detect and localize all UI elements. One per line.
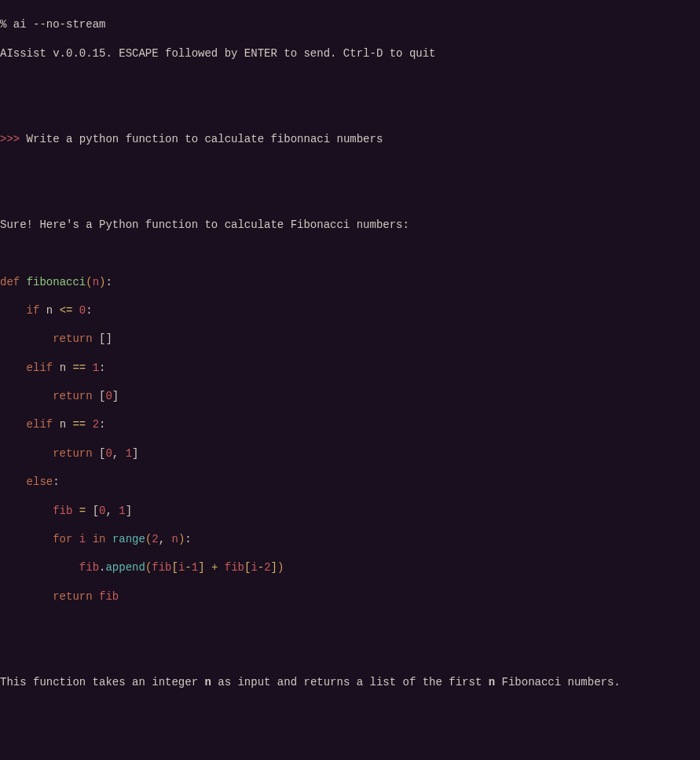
blank bbox=[0, 160, 700, 174]
code-line: return [0] bbox=[0, 389, 700, 403]
code-line: fib = [0, 1] bbox=[0, 504, 700, 518]
code-line: return [0, 1] bbox=[0, 446, 700, 461]
blank bbox=[0, 732, 700, 747]
blank bbox=[0, 246, 700, 260]
code-line: return [] bbox=[0, 332, 700, 346]
repl-prompt: >>> bbox=[0, 133, 20, 145]
response-text: This function takes an integer n as inpu… bbox=[0, 675, 700, 689]
terminal-output[interactable]: % ai --no-stream AIssist v.0.0.15. ESCAP… bbox=[0, 0, 700, 760]
user-text: Write a python function to calculate fib… bbox=[20, 133, 383, 145]
blank bbox=[0, 646, 700, 660]
blank bbox=[0, 103, 700, 117]
code-line: elif n == 2: bbox=[0, 417, 700, 431]
response-text: Sure! Here's a Python function to calcul… bbox=[0, 218, 700, 232]
blank bbox=[0, 189, 700, 203]
shell-prompt: % bbox=[0, 18, 13, 31]
code-line: elif n == 1: bbox=[0, 361, 700, 375]
blank bbox=[0, 75, 700, 89]
blank bbox=[0, 618, 700, 632]
code-line: for i in range(2, n): bbox=[0, 532, 700, 546]
code-line: def fibonacci(n): bbox=[0, 275, 700, 289]
shell-command: ai --no-stream bbox=[13, 18, 106, 31]
code-line: else: bbox=[0, 475, 700, 489]
code-line: fib.append(fib[i-1] + fib[i-2]) bbox=[0, 560, 700, 575]
shell-line: % ai --no-stream bbox=[0, 17, 700, 31]
repl-input-1: >>> Write a python function to calculate… bbox=[0, 132, 700, 146]
blank bbox=[0, 703, 700, 718]
code-line: return fib bbox=[0, 589, 700, 604]
banner-line: AIssist v.0.0.15. ESCAPE followed by ENT… bbox=[0, 46, 700, 61]
code-line: if n <= 0: bbox=[0, 303, 700, 318]
